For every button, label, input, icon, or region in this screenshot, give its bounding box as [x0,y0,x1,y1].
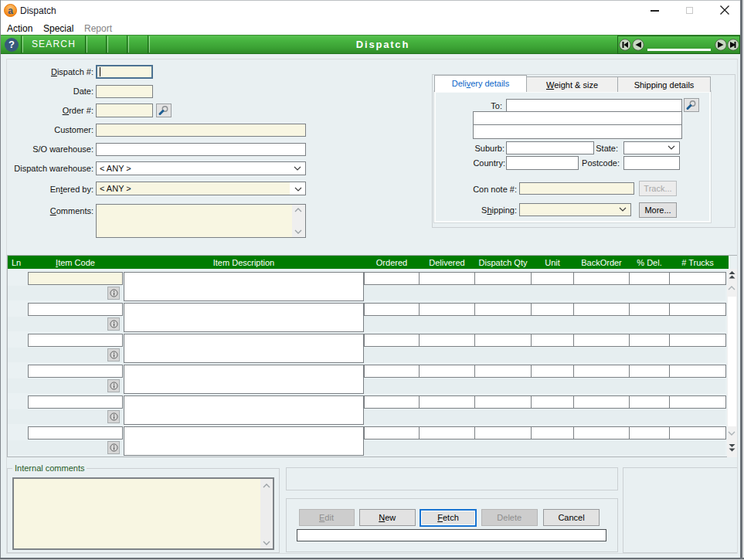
svg-text:a: a [8,5,13,16]
